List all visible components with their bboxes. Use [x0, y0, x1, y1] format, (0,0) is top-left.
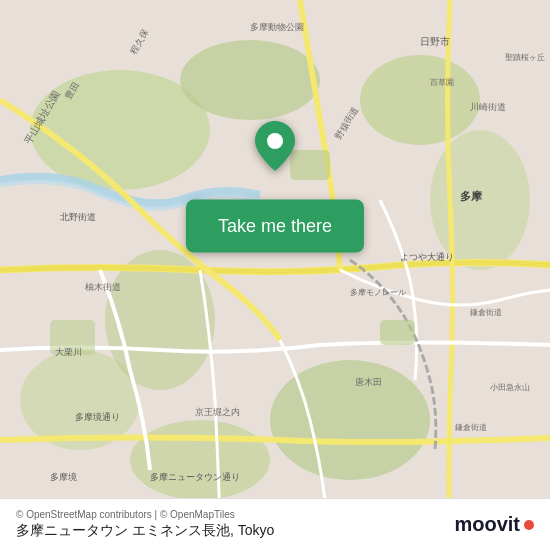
svg-text:多摩ニュータウン通り: 多摩ニュータウン通り [150, 472, 240, 482]
svg-point-5 [270, 360, 430, 480]
svg-text:小田急永山: 小田急永山 [490, 383, 530, 392]
map-svg: 平山城址公園 北野街道 日野市 多摩 柚木街道 大栗川 多摩境通り 多摩動物公園… [0, 0, 550, 550]
svg-rect-10 [380, 320, 415, 345]
bottom-bar-info: © OpenStreetMap contributors | © OpenMap… [16, 509, 274, 540]
svg-text:日野市: 日野市 [420, 36, 450, 47]
svg-point-36 [267, 133, 283, 149]
moovit-logo: moovit [454, 513, 534, 536]
svg-text:京王堀之内: 京王堀之内 [195, 407, 240, 417]
svg-text:よつや大通り: よつや大通り [400, 252, 454, 262]
svg-text:唐木田: 唐木田 [355, 377, 382, 387]
svg-text:多摩境通り: 多摩境通り [75, 412, 120, 422]
svg-text:柚木街道: 柚木街道 [85, 282, 121, 292]
svg-text:百草園: 百草園 [430, 78, 454, 87]
take-me-there-button[interactable]: Take me there [186, 199, 364, 252]
svg-text:鎌倉街道: 鎌倉街道 [470, 308, 502, 317]
map-attribution: © OpenStreetMap contributors | © OpenMap… [16, 509, 274, 520]
map-background: 平山城址公園 北野街道 日野市 多摩 柚木街道 大栗川 多摩境通り 多摩動物公園… [0, 0, 550, 550]
svg-rect-9 [290, 150, 330, 180]
svg-text:多摩モノレール: 多摩モノレール [350, 288, 406, 297]
svg-text:多摩境: 多摩境 [50, 472, 77, 482]
svg-text:多摩: 多摩 [460, 190, 483, 202]
map-pin [255, 121, 295, 175]
svg-text:北野街道: 北野街道 [60, 212, 96, 222]
svg-text:大栗川: 大栗川 [55, 347, 82, 357]
svg-point-3 [360, 55, 480, 145]
moovit-dot-icon [524, 520, 534, 530]
location-name: 多摩ニュータウン エミネンス長池, Tokyo [16, 522, 274, 540]
svg-text:鎌倉街道: 鎌倉街道 [455, 423, 487, 432]
moovit-logo-text: moovit [454, 513, 520, 536]
svg-point-2 [180, 40, 320, 120]
map-container: 平山城址公園 北野街道 日野市 多摩 柚木街道 大栗川 多摩境通り 多摩動物公園… [0, 0, 550, 550]
svg-text:多摩動物公園: 多摩動物公園 [250, 22, 304, 32]
svg-text:川崎街道: 川崎街道 [470, 102, 506, 112]
svg-point-7 [130, 420, 270, 500]
svg-text:聖蹟桜ヶ丘: 聖蹟桜ヶ丘 [505, 53, 545, 62]
bottom-bar: © OpenStreetMap contributors | © OpenMap… [0, 498, 550, 550]
